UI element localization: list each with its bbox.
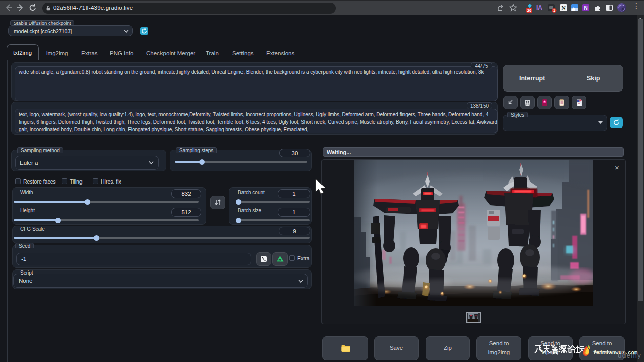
svg-text:N: N <box>584 5 587 11</box>
svg-text:1: 1 <box>553 9 555 12</box>
svg-text:feitianwu7.com: feitianwu7.com <box>593 350 637 356</box>
svg-text:N: N <box>561 5 566 11</box>
svg-text:20: 20 <box>527 8 531 13</box>
